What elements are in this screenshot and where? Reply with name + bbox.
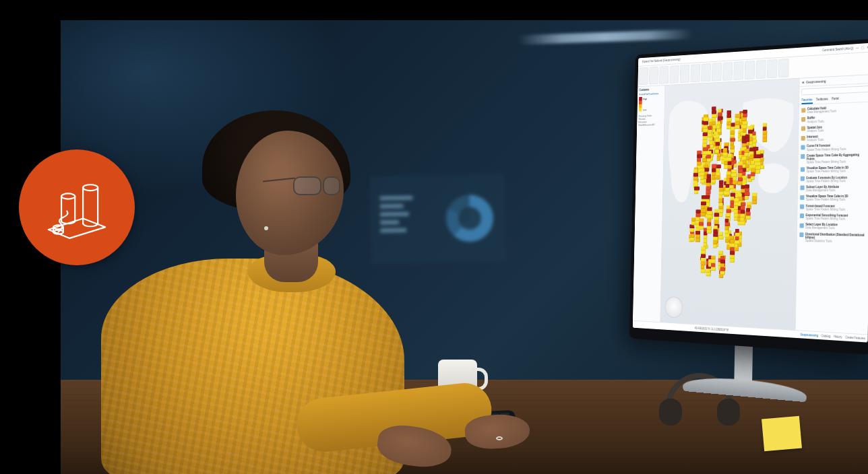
tool-icon	[801, 127, 805, 131]
gp-tool-item[interactable]: Create Space Time Cube By Aggregating Po…	[800, 151, 868, 166]
project-title: Forest Fire National (Geoprocessing)	[642, 58, 680, 63]
tool-icon	[801, 176, 805, 181]
svg-point-3	[83, 184, 98, 191]
ribbon-tool[interactable]	[755, 60, 766, 79]
ribbon-tool[interactable]	[733, 61, 743, 80]
tool-icon	[800, 214, 804, 219]
contents-item[interactable]: WorldElevation3D	[638, 123, 662, 127]
product-badge	[19, 149, 135, 265]
contents-pane[interactable]: Contents ForestFireTimeSeries HighLow Dr…	[633, 86, 665, 322]
legend-entry: Low	[639, 107, 663, 112]
tool-icon	[801, 117, 805, 122]
ribbon-tool[interactable]	[745, 61, 755, 79]
ribbon-tool[interactable]	[767, 59, 778, 78]
tool-search[interactable]	[801, 86, 868, 95]
command-search[interactable]: Command Search (Alt+Q)	[822, 46, 853, 52]
gp-tab[interactable]: Portal	[832, 96, 839, 103]
geoprocessing-pane[interactable]: ⊕ Geoprocessing FavoritesToolboxesPortal…	[795, 75, 868, 334]
gp-tool-item[interactable]: Subset Layer By AttributeData Management…	[800, 184, 868, 193]
window-max-icon[interactable]: ▢	[861, 46, 865, 49]
ribbon-tool[interactable]	[639, 67, 648, 86]
ceiling-light	[518, 29, 693, 44]
scene-view[interactable]	[660, 79, 799, 330]
ribbon-tool[interactable]	[680, 65, 690, 83]
space-time-cube-viz	[674, 99, 784, 294]
ribbon-tool[interactable]	[712, 63, 722, 81]
tool-icon	[801, 154, 805, 159]
status-tab[interactable]: History	[834, 335, 842, 339]
navigator-3d[interactable]	[664, 296, 683, 318]
tool-icon	[801, 167, 805, 172]
tool-icon	[800, 186, 804, 191]
active-layer[interactable]: ForestFireTimeSeries	[639, 92, 663, 96]
gp-tool-item[interactable]: Visualize Space Time Cube in 2DSpace Tim…	[799, 193, 867, 203]
status-tab[interactable]: Catalog	[821, 334, 830, 338]
gp-tool-item[interactable]: Evaluate Forecasts By LocationSpace Time…	[800, 174, 868, 184]
desktop-monitor: Forest Fire National (Geoprocessing) Com…	[629, 38, 868, 355]
ribbon-tool[interactable]	[778, 59, 789, 77]
tool-icon	[800, 205, 804, 209]
gp-tool-item[interactable]: Exponential Smoothing ForecastSpace Time…	[799, 212, 867, 222]
svg-point-2	[61, 193, 75, 199]
person	[88, 104, 404, 474]
gp-tool-item[interactable]: Directional Distribution (Standard Devia…	[799, 231, 867, 245]
glasses-icon	[293, 176, 351, 197]
sticky-note	[762, 416, 802, 452]
gp-title: Geoprocessing	[806, 79, 826, 84]
gp-tool-item[interactable]: Visualize Space Time Cube in 3DSpace Tim…	[800, 164, 868, 174]
gp-tool-item[interactable]: Forest-based ForecastSpace Time Pattern …	[799, 203, 867, 213]
window-min-icon[interactable]: —	[856, 46, 859, 50]
tool-icon	[801, 108, 805, 112]
status-tab[interactable]: Geoprocessing	[800, 333, 818, 337]
gp-tab[interactable]: Toolboxes	[816, 96, 828, 104]
3d-map-cylinders-icon	[40, 170, 114, 244]
ribbon-tool[interactable]	[649, 67, 658, 85]
gis-application-window: Forest Fire National (Geoprocessing) Com…	[633, 43, 868, 343]
gp-tab[interactable]: Favorites	[801, 97, 812, 104]
back-icon[interactable]: ⊕	[802, 80, 805, 84]
tool-icon	[800, 223, 804, 228]
tool-icon	[801, 145, 805, 149]
ribbon-tool[interactable]	[701, 63, 711, 81]
tool-icon	[799, 232, 803, 237]
ribbon-tool[interactable]	[669, 65, 679, 83]
contents-header: Contents	[639, 88, 663, 92]
ribbon-tool[interactable]	[659, 66, 669, 84]
status-tab[interactable]: Create Features	[845, 336, 865, 341]
hero-photo: Forest Fire National (Geoprocessing) Com…	[61, 20, 868, 474]
tool-icon	[801, 136, 805, 141]
ribbon-tool[interactable]	[690, 64, 700, 82]
ribbon-tool[interactable]	[722, 62, 733, 81]
tool-icon	[800, 195, 804, 200]
